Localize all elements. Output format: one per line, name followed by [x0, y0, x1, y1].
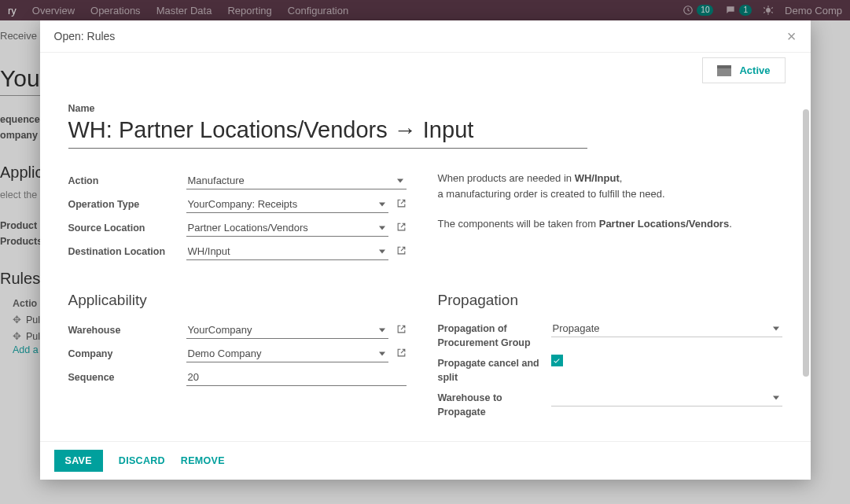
modal-header: Open: Rules × — [40, 20, 811, 52]
external-link-icon[interactable] — [396, 324, 407, 337]
propagation-group-select[interactable] — [551, 320, 782, 337]
rule-description: When products are needed in WH/Input, a … — [438, 171, 782, 232]
modal-footer: SAVE DISCARD REMOVE — [40, 441, 811, 480]
active-status-label: Active — [739, 64, 770, 76]
applicability-heading: Applicability — [68, 292, 407, 309]
warehouse-label: Warehouse — [68, 325, 186, 336]
name-input[interactable] — [68, 116, 587, 149]
source-location-select[interactable] — [186, 219, 388, 237]
external-link-icon[interactable] — [396, 348, 407, 360]
scrollbar-thumb[interactable] — [803, 109, 809, 377]
propagate-cancel-label: Propagate cancel and split — [438, 355, 551, 384]
propagation-group-label: Propagation of Procurement Group — [438, 320, 551, 350]
propagate-cancel-checkbox[interactable] — [551, 355, 563, 366]
modal-title: Open: Rules — [54, 30, 116, 42]
external-link-icon[interactable] — [396, 245, 407, 258]
discard-button[interactable]: DISCARD — [119, 455, 165, 466]
remove-button[interactable]: REMOVE — [181, 455, 225, 466]
company-label: Company — [68, 348, 186, 359]
modal-body: Active Name Action — [40, 52, 811, 441]
action-label: Action — [68, 175, 186, 186]
action-select[interactable] — [186, 172, 407, 189]
name-label: Name — [68, 103, 782, 114]
save-button[interactable]: SAVE — [54, 450, 103, 472]
source-location-label: Source Location — [68, 223, 186, 234]
modal-overlay: Open: Rules × Active Name Action — [0, 0, 850, 504]
rules-modal: Open: Rules × Active Name Action — [40, 20, 811, 480]
operation-type-select[interactable] — [186, 196, 388, 213]
warehouse-propagate-select[interactable] — [551, 389, 782, 407]
warehouse-select[interactable] — [186, 322, 388, 339]
destination-location-label: Destination Location — [68, 246, 186, 257]
external-link-icon[interactable] — [396, 222, 407, 234]
active-status-button[interactable]: Active — [702, 57, 785, 83]
destination-location-select[interactable] — [186, 243, 388, 260]
warehouse-propagate-label: Warehouse to Propagate — [438, 389, 551, 419]
company-select[interactable] — [186, 345, 388, 362]
operation-type-label: Operation Type — [68, 199, 186, 210]
sequence-label: Sequence — [68, 372, 186, 383]
external-link-icon[interactable] — [396, 198, 407, 211]
archive-icon — [717, 65, 731, 76]
sequence-input[interactable] — [186, 369, 407, 386]
propagation-heading: Propagation — [438, 292, 782, 309]
close-icon[interactable]: × — [787, 31, 797, 42]
